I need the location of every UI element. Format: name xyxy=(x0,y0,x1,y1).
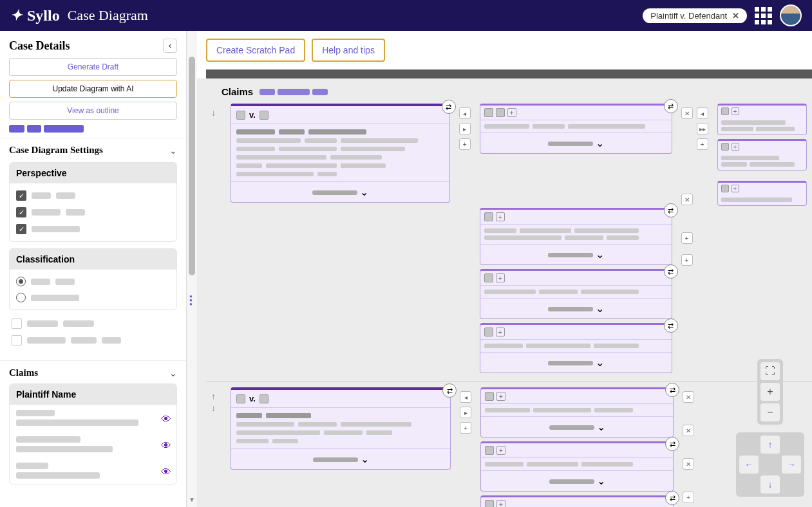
claims-section-toggle[interactable]: Claims ⌄ xyxy=(9,367,177,378)
nav-right-icon[interactable]: ▸ xyxy=(460,407,471,418)
sub-card[interactable]: ⇄ + ⌄ xyxy=(480,208,672,265)
filter-option-2[interactable] xyxy=(12,332,175,349)
swap-icon[interactable]: ⇄ xyxy=(665,491,679,505)
update-diagram-button[interactable]: Update Diagram with AI xyxy=(9,80,177,98)
add-icon[interactable]: + xyxy=(496,327,505,336)
add-icon[interactable]: + xyxy=(496,500,505,507)
swap-icon[interactable]: ⇄ xyxy=(665,437,679,451)
apps-grid-icon[interactable] xyxy=(755,7,772,24)
user-avatar[interactable] xyxy=(780,5,802,26)
fullscreen-button[interactable]: ⛶ xyxy=(760,362,780,380)
add-icon[interactable]: + xyxy=(496,212,505,221)
zoom-in-button[interactable]: + xyxy=(760,383,780,401)
move-up-icon[interactable]: ↑ xyxy=(211,391,222,401)
visibility-icon[interactable]: 👁 xyxy=(161,414,171,425)
add-icon[interactable]: + xyxy=(732,143,739,151)
app-header: ✦ Syllo Case Diagram Plaintiff v. Defend… xyxy=(0,0,812,31)
logo[interactable]: ✦ Syllo xyxy=(10,7,60,24)
tiny-card[interactable]: + xyxy=(717,181,807,206)
tiny-card[interactable]: + xyxy=(717,104,807,135)
expand-card-button[interactable]: ⌄ xyxy=(231,181,449,202)
claim-item-2[interactable]: 👁 xyxy=(10,431,176,457)
expand-card-button[interactable]: ⌄ xyxy=(480,298,672,318)
sub-card[interactable]: ⇄ + ⌄ xyxy=(480,269,672,319)
expand-card-button[interactable]: ⌄ xyxy=(481,470,673,491)
perspective-option-2[interactable]: ✓ xyxy=(16,204,170,221)
view-outline-button[interactable]: View as outline xyxy=(9,102,177,120)
main-claim-card-1[interactable]: ⇄ v. ⌄ xyxy=(231,104,450,203)
add-icon[interactable]: + xyxy=(496,446,505,455)
add-icon[interactable]: + xyxy=(732,107,739,115)
settings-title: Case Diagram Settings xyxy=(9,145,103,156)
tiny-card[interactable]: + xyxy=(717,139,807,171)
add-icon[interactable]: + xyxy=(697,138,708,150)
visibility-icon[interactable]: 👁 xyxy=(161,440,171,452)
pan-up-button[interactable]: ↑ xyxy=(760,436,780,454)
move-down-icon[interactable]: ↓ xyxy=(211,107,222,118)
swap-icon[interactable]: ⇄ xyxy=(442,100,456,114)
close-icon[interactable]: ✕ xyxy=(683,458,694,470)
expand-card-button[interactable]: ⌄ xyxy=(480,133,672,153)
close-icon[interactable]: ✕ xyxy=(681,107,693,119)
generate-draft-button[interactable]: Generate Draft xyxy=(9,58,177,76)
main-claim-card-2[interactable]: ⇄ v. ⌄ xyxy=(231,387,451,470)
collapse-sidebar-button[interactable]: ‹ xyxy=(163,39,177,53)
sub-card[interactable]: ⇄ + ⌄ xyxy=(480,495,674,507)
nav-left-icon[interactable]: ◂ xyxy=(460,391,471,403)
move-down-icon[interactable]: ↓ xyxy=(211,403,222,413)
sub-card[interactable]: ⇄ + ⌄ xyxy=(480,323,672,373)
swap-icon[interactable]: ⇄ xyxy=(665,383,679,397)
sub-card[interactable]: ⇄ + ⌄ xyxy=(480,104,672,154)
close-icon[interactable]: ✕ xyxy=(683,425,694,436)
help-tips-button[interactable]: Help and tips xyxy=(312,39,385,62)
pan-right-button[interactable]: → xyxy=(782,456,801,474)
logo-icon: ✦ xyxy=(10,7,22,24)
add-icon[interactable]: + xyxy=(681,232,693,244)
sub-card[interactable]: ⇄ + ⌄ xyxy=(480,441,674,492)
filter-option-1[interactable] xyxy=(12,315,175,332)
swap-icon[interactable]: ⇄ xyxy=(442,383,457,398)
add-icon[interactable]: + xyxy=(683,492,694,503)
sidebar-scrollbar[interactable]: ●●● ▼ xyxy=(187,31,197,507)
claim-item-3[interactable]: 👁 xyxy=(10,457,176,484)
expand-card-button[interactable]: ⌄ xyxy=(480,244,672,264)
add-icon[interactable]: + xyxy=(496,273,505,282)
add-icon[interactable]: + xyxy=(507,108,516,117)
settings-section-toggle[interactable]: Case Diagram Settings ⌄ xyxy=(9,145,177,156)
swap-icon[interactable]: ⇄ xyxy=(664,318,678,333)
sub-card[interactable]: ⇄ + ⌄ xyxy=(480,387,674,438)
expand-card-button[interactable]: ⌄ xyxy=(231,448,450,469)
classification-option-2[interactable] xyxy=(16,290,170,306)
claim-item-1[interactable]: 👁 xyxy=(10,405,176,431)
visibility-icon[interactable]: 👁 xyxy=(161,466,171,478)
expand-card-button[interactable]: ⌄ xyxy=(481,416,673,437)
scroll-down-icon[interactable]: ▼ xyxy=(189,496,195,503)
close-case-icon[interactable]: ✕ xyxy=(732,11,739,21)
case-selector-pill[interactable]: Plaintiff v. Defendant ✕ xyxy=(643,8,747,23)
nav-right-icon[interactable]: ▸ xyxy=(459,123,471,134)
pan-down-button[interactable]: ↓ xyxy=(760,475,780,493)
pan-controls: ↑ ← → ↓ xyxy=(736,432,804,497)
add-icon[interactable]: + xyxy=(496,392,505,401)
create-scratch-pad-button[interactable]: Create Scratch Pad xyxy=(206,39,305,62)
swap-icon[interactable]: ⇄ xyxy=(664,203,678,217)
drag-handle-icon[interactable]: ●●● xyxy=(189,295,193,306)
swap-icon[interactable]: ⇄ xyxy=(664,264,678,279)
perspective-option-3[interactable]: ✓ xyxy=(16,221,170,237)
expand-card-button[interactable]: ⌄ xyxy=(480,352,672,373)
classification-option-1[interactable] xyxy=(16,273,170,290)
add-icon[interactable]: + xyxy=(732,185,739,192)
pan-left-button[interactable]: ← xyxy=(739,456,759,474)
perspective-option-1[interactable]: ✓ xyxy=(16,187,170,204)
nav-left-icon[interactable]: ◂ xyxy=(459,107,471,119)
add-icon[interactable]: + xyxy=(681,254,693,266)
nav-left-icon[interactable]: ◂ xyxy=(697,107,708,119)
close-icon[interactable]: ✕ xyxy=(683,391,694,403)
swap-icon[interactable]: ⇄ xyxy=(664,99,678,113)
close-icon[interactable]: ✕ xyxy=(681,194,693,205)
nav-fwd-icon[interactable]: ▸▸ xyxy=(697,123,708,134)
zoom-out-button[interactable]: − xyxy=(760,403,780,421)
add-icon[interactable]: + xyxy=(460,422,471,434)
add-icon[interactable]: + xyxy=(459,138,471,150)
chevron-down-icon: ⌄ xyxy=(169,368,177,378)
